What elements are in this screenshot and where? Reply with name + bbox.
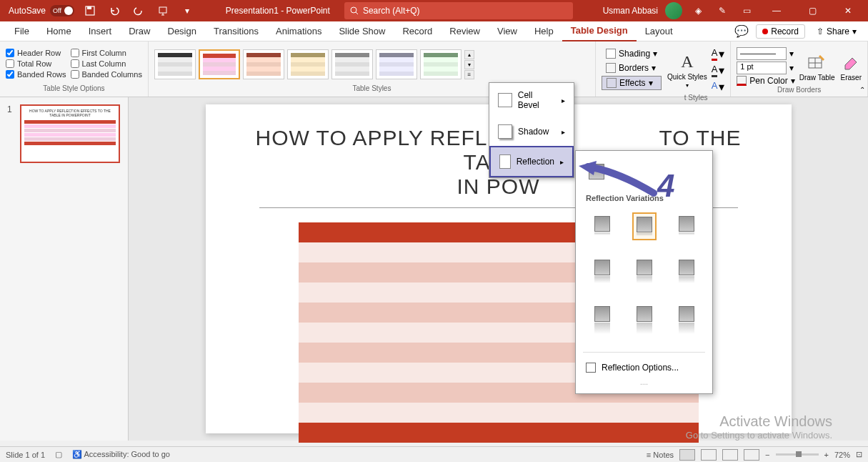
reflection-variation-8[interactable] — [633, 303, 656, 338]
normal-view-button[interactable] — [679, 449, 695, 461]
borders-button[interactable]: Borders▾ — [602, 62, 662, 74]
submenu-arrow-icon: ▸ — [562, 128, 565, 136]
menu-item-reflection[interactable]: Reflection ▸ — [489, 146, 574, 177]
chevron-down-icon: ▾ — [719, 47, 724, 61]
diamond-icon[interactable]: ◈ — [689, 2, 707, 19]
pen-sync-icon[interactable]: ✎ — [714, 2, 731, 19]
slide-counter[interactable]: Slide 1 of 1 — [6, 451, 45, 459]
qat-more-icon[interactable]: ▾ — [179, 2, 196, 19]
checkbox-banded-rows[interactable]: Banded Rows — [6, 70, 66, 79]
gallery-up-button[interactable]: ▴ — [464, 50, 474, 59]
search-input[interactable]: Search (Alt+Q) — [344, 2, 573, 19]
slide-thumbnail-panel: 1 HOW TO APPLY REFLECTION EFFECTS TO THE… — [0, 97, 129, 441]
shading-icon — [606, 49, 616, 59]
tab-animations[interactable]: Animations — [267, 21, 330, 41]
reflection-variation-7[interactable] — [591, 303, 614, 338]
effects-button[interactable]: Effects▾ — [602, 76, 662, 90]
menu-item-cell-bevel[interactable]: Cell Bevel ▸ — [489, 83, 574, 117]
minimize-button[interactable]: — — [762, 0, 791, 21]
undo-icon[interactable] — [106, 2, 123, 19]
user-name: Usman Abbasi — [603, 6, 658, 16]
tab-design[interactable]: Design — [159, 21, 205, 41]
text-outline-button[interactable]: A▾ — [712, 64, 725, 77]
reflection-none-option[interactable] — [589, 164, 604, 180]
tab-draw[interactable]: Draw — [120, 21, 159, 41]
close-button[interactable]: ✕ — [834, 0, 862, 21]
tab-layout[interactable]: Layout — [637, 21, 682, 41]
fit-to-window-button[interactable]: ⊡ — [856, 450, 862, 459]
reflection-variations-label: Reflection Variations — [576, 190, 712, 207]
tab-record[interactable]: Record — [394, 21, 441, 41]
share-button[interactable]: ⇧Share▾ — [811, 25, 862, 38]
checkbox-total-row[interactable]: Total Row — [6, 59, 66, 68]
tab-home[interactable]: Home — [38, 21, 80, 41]
pen-color-button[interactable]: Pen Color▾ — [737, 76, 794, 86]
cell-bevel-icon — [498, 93, 512, 107]
slideshow-view-button[interactable] — [744, 449, 759, 461]
reflection-options-button[interactable]: Reflection Options... — [576, 357, 712, 378]
text-effects-button[interactable]: A▾ — [712, 80, 725, 94]
tab-transitions[interactable]: Transitions — [205, 21, 267, 41]
table-style-thumb-5[interactable] — [331, 49, 373, 79]
table-style-thumb-3[interactable] — [243, 49, 284, 79]
tab-slideshow[interactable]: Slide Show — [330, 21, 394, 41]
tab-insert[interactable]: Insert — [80, 21, 121, 41]
checkbox-header-row[interactable]: Header Row — [6, 49, 66, 57]
autosave-toggle[interactable]: AutoSave Off — [9, 5, 74, 16]
reflection-variation-3[interactable] — [675, 212, 698, 240]
tab-review[interactable]: Review — [441, 21, 489, 41]
record-button[interactable]: Record — [756, 24, 805, 39]
table-style-thumb-7[interactable] — [420, 49, 462, 79]
sorter-view-button[interactable] — [701, 449, 717, 461]
reflection-variation-2[interactable] — [632, 212, 657, 240]
table-style-thumb-2[interactable] — [199, 49, 240, 79]
tab-table-design[interactable]: Table Design — [562, 21, 637, 41]
accessibility-status[interactable]: ♿ Accessibility: Good to go — [72, 450, 170, 459]
ribbon-display-icon[interactable]: ▭ — [738, 2, 755, 19]
menu-item-shadow[interactable]: Shadow ▸ — [489, 117, 574, 146]
reflection-variation-1[interactable] — [591, 212, 614, 240]
reflection-variation-4[interactable] — [591, 256, 614, 287]
checkbox-last-column[interactable]: Last Column — [71, 59, 142, 68]
autosave-label: AutoSave — [9, 6, 46, 16]
save-icon[interactable] — [81, 2, 99, 19]
eraser-button[interactable]: Eraser — [841, 52, 862, 82]
reflection-variation-5[interactable] — [633, 256, 656, 287]
reading-view-button[interactable] — [722, 449, 738, 461]
tab-file[interactable]: File — [6, 21, 38, 41]
checkbox-banded-columns[interactable]: Banded Columns — [71, 70, 142, 79]
chevron-down-icon: ▾ — [649, 78, 653, 88]
pen-style-select[interactable]: ▾ — [737, 47, 794, 60]
user-avatar[interactable] — [665, 2, 682, 19]
notes-button[interactable]: ≡ Notes — [647, 451, 674, 459]
shading-button[interactable]: Shading▾ — [602, 47, 662, 60]
reflection-variation-6[interactable] — [675, 256, 698, 287]
gallery-more-button[interactable]: ≡ — [464, 70, 474, 79]
group-label-style-options: Table Style Options — [6, 84, 142, 94]
zoom-level[interactable]: 72% — [834, 451, 850, 459]
table-style-thumb-1[interactable] — [154, 49, 196, 79]
group-label-draw-borders: Draw Borders — [737, 86, 862, 95]
autosave-switch[interactable]: Off — [50, 5, 74, 16]
table-style-thumb-6[interactable] — [376, 49, 417, 79]
tab-help[interactable]: Help — [526, 21, 562, 41]
collapse-ribbon-button[interactable]: ⌃ — [859, 86, 865, 94]
comments-icon[interactable]: 💬 — [733, 23, 750, 40]
gallery-down-button[interactable]: ▾ — [464, 60, 474, 69]
pen-weight-select[interactable]: 1 pt▾ — [737, 62, 794, 74]
group-table-style-options: Header Row Total Row Banded Rows First C… — [0, 41, 149, 97]
maximize-button[interactable]: ▢ — [798, 0, 827, 21]
zoom-slider[interactable] — [776, 453, 819, 456]
reflection-variation-9[interactable] — [675, 303, 698, 338]
tab-view[interactable]: View — [489, 21, 526, 41]
zoom-in-button[interactable]: + — [824, 451, 829, 459]
draw-table-button[interactable]: Draw Table — [799, 52, 835, 82]
text-fill-button[interactable]: A▾ — [712, 47, 725, 61]
present-icon[interactable] — [154, 2, 171, 19]
language-icon[interactable]: ▢ — [55, 450, 62, 459]
redo-icon[interactable] — [130, 2, 147, 19]
table-style-thumb-4[interactable] — [287, 49, 329, 79]
slide-thumbnail-1[interactable]: HOW TO APPLY REFLECTION EFFECTS TO THE T… — [20, 104, 120, 163]
checkbox-first-column[interactable]: First Column — [71, 49, 142, 57]
zoom-out-button[interactable]: − — [765, 451, 769, 459]
